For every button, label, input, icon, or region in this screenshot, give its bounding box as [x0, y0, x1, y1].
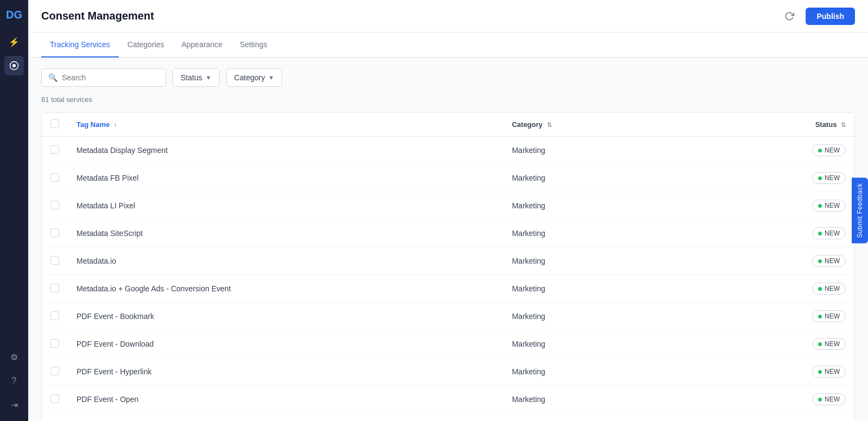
row-tag-name: PDF Event - Download — [68, 330, 503, 358]
status-dot — [818, 259, 822, 263]
search-input[interactable] — [62, 73, 159, 82]
row-tag-name: PDF Event - Bookmark — [68, 303, 503, 330]
status-dot — [818, 398, 822, 401]
tab-appearance[interactable]: Appearance — [173, 33, 231, 58]
status-dot — [818, 287, 822, 291]
row-status: NEW — [778, 413, 854, 422]
category-sort-icon[interactable]: ⇅ — [547, 122, 552, 128]
row-checkbox-cell[interactable] — [42, 358, 68, 386]
row-checkbox[interactable] — [50, 145, 59, 154]
status-filter-label: Status — [181, 73, 202, 82]
row-status: NEW — [778, 247, 854, 275]
row-category: Marketing — [503, 275, 778, 303]
table-row: PDF Event - Page View Marketing NEW — [42, 413, 854, 422]
category-chevron-icon: ▼ — [268, 74, 274, 81]
row-checkbox-cell[interactable] — [42, 220, 68, 247]
search-icon: 🔍 — [48, 73, 58, 82]
table-row: Metadata Display Segment Marketing NEW — [42, 137, 854, 164]
row-checkbox[interactable] — [50, 367, 59, 375]
row-category: Marketing — [503, 220, 778, 247]
row-checkbox-cell[interactable] — [42, 137, 68, 164]
publish-button[interactable]: Publish — [806, 8, 855, 25]
tabs-bar: Tracking Services Categories Appearance … — [28, 33, 868, 58]
row-checkbox[interactable] — [50, 284, 59, 292]
status-badge: NEW — [812, 393, 846, 405]
row-status: NEW — [778, 164, 854, 192]
category-filter-button[interactable]: Category ▼ — [226, 68, 283, 87]
header-actions: Publish — [780, 7, 855, 26]
row-category: Marketing — [503, 192, 778, 220]
table-row: PDF Event - Download Marketing NEW — [42, 330, 854, 358]
status-filter-button[interactable]: Status ▼ — [173, 68, 220, 87]
status-dot — [818, 342, 822, 346]
status-badge: NEW — [812, 366, 846, 378]
row-status: NEW — [778, 275, 854, 303]
status-badge: NEW — [812, 172, 846, 184]
tag-name-header[interactable]: Tag Name ↑ — [68, 113, 503, 137]
sidebar-item-logout[interactable]: ⇥ — [4, 395, 24, 414]
search-box: 🔍 — [41, 68, 166, 87]
row-status: NEW — [778, 386, 854, 413]
services-table: Tag Name ↑ Category ⇅ Status ⇅ — [41, 112, 855, 421]
tag-name-sort-icon[interactable]: ↑ — [114, 122, 117, 128]
tab-settings[interactable]: Settings — [231, 33, 276, 58]
row-checkbox[interactable] — [50, 173, 59, 182]
row-checkbox-cell[interactable] — [42, 413, 68, 422]
page-title: Consent Management — [41, 10, 154, 22]
status-badge: NEW — [812, 338, 846, 350]
row-checkbox[interactable] — [50, 339, 59, 348]
row-checkbox[interactable] — [50, 201, 59, 209]
status-dot — [818, 149, 822, 152]
row-checkbox-cell[interactable] — [42, 192, 68, 220]
row-checkbox-cell[interactable] — [42, 386, 68, 413]
row-category: Marketing — [503, 164, 778, 192]
sidebar-item-consent[interactable] — [4, 56, 24, 75]
submit-feedback-button[interactable]: Submit Feedback — [852, 178, 868, 244]
row-category: Marketing — [503, 413, 778, 422]
row-checkbox-cell[interactable] — [42, 330, 68, 358]
row-tag-name: PDF Event - Hyperlink — [68, 358, 503, 386]
select-all-checkbox[interactable] — [50, 119, 59, 128]
row-checkbox[interactable] — [50, 228, 59, 237]
select-all-header[interactable] — [42, 113, 68, 137]
header: Consent Management Publish — [28, 0, 868, 33]
main-area: Consent Management Publish Tracking Serv… — [28, 0, 868, 421]
row-checkbox[interactable] — [50, 311, 59, 320]
row-checkbox-cell[interactable] — [42, 303, 68, 330]
table-row: Metadata.io + Google Ads - Conversion Ev… — [42, 275, 854, 303]
refresh-button[interactable] — [780, 7, 799, 26]
sidebar-item-help[interactable]: ? — [4, 371, 24, 391]
filter-bar: 🔍 Status ▼ Category ▼ — [41, 68, 855, 87]
row-tag-name: Metadata SiteScript — [68, 220, 503, 247]
status-badge: NEW — [812, 200, 846, 212]
category-header[interactable]: Category ⇅ — [503, 113, 778, 137]
tab-categories[interactable]: Categories — [119, 33, 173, 58]
status-badge: NEW — [812, 283, 846, 295]
row-category: Marketing — [503, 303, 778, 330]
row-status: NEW — [778, 220, 854, 247]
content-area: 🔍 Status ▼ Category ▼ 81 total services — [28, 58, 868, 421]
category-filter-label: Category — [234, 73, 265, 82]
table-row: Metadata LI Pixel Marketing NEW — [42, 192, 854, 220]
row-status: NEW — [778, 303, 854, 330]
row-tag-name: Metadata.io + Google Ads - Conversion Ev… — [68, 275, 503, 303]
row-checkbox[interactable] — [50, 394, 59, 403]
row-category: Marketing — [503, 386, 778, 413]
status-dot — [818, 315, 822, 318]
table-row: PDF Event - Bookmark Marketing NEW — [42, 303, 854, 330]
row-checkbox[interactable] — [50, 256, 59, 265]
status-sort-icon[interactable]: ⇅ — [841, 122, 846, 128]
status-dot — [818, 204, 822, 208]
row-tag-name: PDF Event - Page View — [68, 413, 503, 422]
sidebar-item-settings[interactable]: ⚙ — [4, 347, 24, 367]
row-checkbox-cell[interactable] — [42, 247, 68, 275]
row-checkbox-cell[interactable] — [42, 275, 68, 303]
status-header[interactable]: Status ⇅ — [778, 113, 854, 137]
tab-tracking-services[interactable]: Tracking Services — [41, 33, 119, 58]
row-tag-name: Metadata LI Pixel — [68, 192, 503, 220]
status-dot — [818, 370, 822, 374]
sidebar-item-bolt[interactable]: ⚡ — [4, 32, 24, 52]
status-dot — [818, 176, 822, 180]
row-checkbox-cell[interactable] — [42, 164, 68, 192]
row-status: NEW — [778, 137, 854, 164]
